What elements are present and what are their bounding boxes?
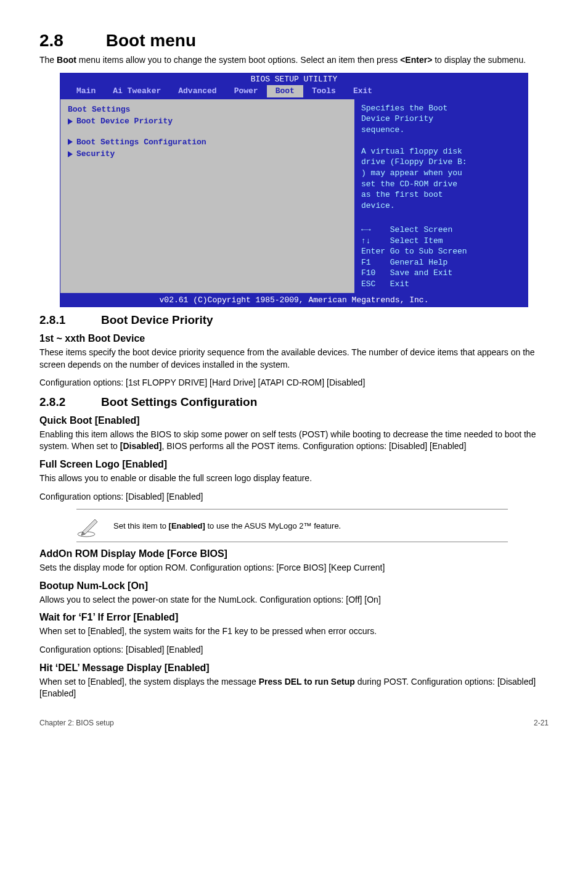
note-text: Set this item to [Enabled] to use the AS… [113, 521, 341, 530]
bios-menu-aitweaker[interactable]: Ai Tweaker [104, 85, 169, 97]
note-callout: Set this item to [Enabled] to use the AS… [76, 509, 508, 542]
h3-f1: Wait for ‘F1’ If Error [Enabled] [39, 612, 549, 623]
bios-copyright: v02.61 (C)Copyright 1985-2009, American … [60, 294, 528, 307]
triangle-icon [68, 118, 73, 125]
bios-header: BIOS SETUP UTILITY Main Ai Tweaker Advan… [60, 73, 528, 99]
p-bootdevice-2: Configuration options: [1st FLOPPY DRIVE… [39, 377, 549, 389]
page-footer: Chapter 2: BIOS setup 2-21 [39, 719, 549, 727]
subsection-281: 2.8.1Boot Device Priority [39, 313, 549, 327]
bios-right-pane: Specifies the Boot Device Priority seque… [355, 99, 528, 294]
p-bootdevice-1: These items specify the boot device prio… [39, 347, 549, 371]
h3-addon: AddOn ROM Display Mode [Force BIOS] [39, 548, 549, 559]
footer-right: 2-21 [534, 719, 549, 727]
bios-title: BIOS SETUP UTILITY [60, 73, 528, 86]
triangle-icon [68, 151, 73, 157]
bios-menu-advanced[interactable]: Advanced [169, 85, 225, 97]
p-numlock: Allows you to select the power-on state … [39, 594, 549, 606]
h3-fullscreen: Full Screen Logo [Enabled] [39, 459, 549, 470]
bios-menu-bar: Main Ai Tweaker Advanced Power Boot Tool… [60, 85, 528, 99]
footer-left: Chapter 2: BIOS setup [39, 719, 114, 727]
bios-menu-main[interactable]: Main [68, 85, 104, 97]
bios-menu-exit[interactable]: Exit [345, 85, 381, 97]
p-f1-1: When set to [Enabled], the system waits … [39, 625, 549, 638]
bios-left-heading: Boot Settings [68, 104, 347, 115]
section-number: 2.8 [39, 31, 101, 51]
p-f1-2: Configuration options: [Disabled] [Enabl… [39, 644, 549, 656]
p-del: When set to [Enabled], the system displa… [39, 676, 549, 700]
triangle-icon [68, 139, 73, 145]
bios-menu-power[interactable]: Power [226, 85, 267, 97]
p-fullscreen-1: This allows you to enable or disable the… [39, 472, 549, 485]
p-addon: Sets the display mode for option ROM. Co… [39, 562, 549, 574]
bios-item-security[interactable]: Security [68, 149, 347, 160]
section-title: Boot menu [106, 31, 196, 50]
h3-del: Hit ‘DEL’ Message Display [Enabled] [39, 662, 549, 674]
h3-numlock: Bootup Num-Lock [On] [39, 580, 549, 592]
p-quickboot: Enabling this item allows the BIOS to sk… [39, 429, 549, 453]
intro-paragraph: The Boot menu items allow you to change … [39, 54, 549, 67]
bios-item-bootsettings[interactable]: Boot Settings Configuration [68, 137, 347, 148]
h3-quickboot: Quick Boot [Enabled] [39, 415, 549, 426]
bios-menu-tools[interactable]: Tools [303, 85, 345, 97]
bios-help: ←→ Select Screen ↑↓ Select Item Enter Go… [361, 225, 521, 289]
subsection-282: 2.8.2Boot Settings Configuration [39, 395, 549, 409]
bios-menu-boot[interactable]: Boot [267, 85, 303, 97]
bios-left-pane: Boot Settings Boot Device Priority Boot … [60, 99, 355, 294]
bios-screenshot: BIOS SETUP UTILITY Main Ai Tweaker Advan… [60, 73, 528, 307]
bios-desc: Specifies the Boot Device Priority seque… [361, 103, 521, 211]
pencil-icon [76, 513, 101, 538]
p-fullscreen-2: Configuration options: [Disabled] [Enabl… [39, 491, 549, 503]
bios-item-bootpriority[interactable]: Boot Device Priority [68, 116, 347, 127]
section-heading: 2.8 Boot menu [39, 31, 549, 51]
h3-bootdevice: 1st ~ xxth Boot Device [39, 333, 549, 344]
